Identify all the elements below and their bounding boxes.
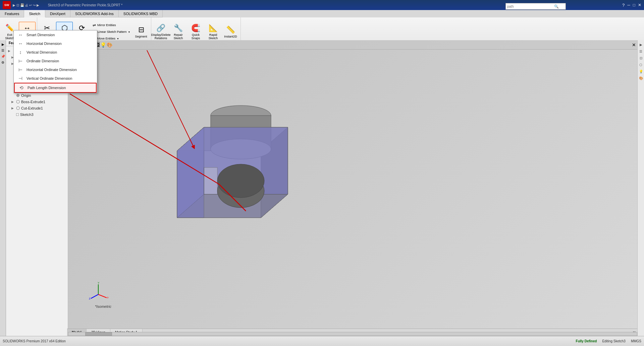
dd-horizontal-dimension[interactable]: ↔ Horizontal Dimension [14,39,97,48]
tab-sketch[interactable]: Sketch [24,10,45,17]
linear-pattern-label: Linear Sketch Pattern [98,30,127,33]
rapid-sketch-button[interactable]: 📐 RapidSketch [205,22,222,42]
segment-icon: ⊟ [138,25,144,34]
boss-extrude1-icon: ⬡ [16,99,20,104]
dd-horiz-ordinate-dimension[interactable]: ⊢ Horizontal Ordinate Dimension [14,65,97,74]
3d-model [118,50,336,268]
triad-svg: Y X Z [88,281,108,301]
quick-access-bar: ▶ ⊡ 💾 🖨 ↩ ↪ ▶ [13,3,39,7]
dd-horiz-ord-icon: ⊢ [17,67,24,72]
ribbon-tabs-row: Features Sketch DimXpert SOLIDWORKS Add-… [0,10,644,17]
dd-ord-dim-label: Ordinate Dimension [26,59,59,63]
tree-item-cut-extrude1[interactable]: ▶ ⬡ Cut-Extrude1 [6,105,68,111]
title-close[interactable]: ✕ [638,3,641,7]
quick-snaps-label: QuickSnaps [192,33,200,40]
dd-vert-ord-icon: ⊣ [17,76,24,81]
tree-item-boss-extrude1[interactable]: ▶ ⬡ Boss-Extrude1 [6,98,68,105]
dd-smart-dimension[interactable]: ↔ Smart Dimension [14,30,97,39]
isometric-label: *Isometric [95,304,111,308]
right-panel-btn-4[interactable]: ⬡ [638,62,644,68]
dd-horiz-dim-label: Horizontal Dimension [26,42,62,46]
title-bar: SW ▶ ⊡ 💾 🖨 ↩ ↪ ▶ Sketch3 of Parametric P… [0,0,644,10]
status-editing: Editing Sketch3 [602,339,626,343]
dd-smart-dim-label: Smart Dimension [26,33,55,37]
dd-path-length-dimension[interactable]: ⟲ Path Length Dimension [14,83,97,93]
tab-features[interactable]: Features [0,10,24,17]
expand-cut-extrude1: ▶ [11,107,15,110]
dimension-dropdown: ↔ Smart Dimension ↔ Horizontal Dimension… [13,30,97,93]
right-panel-btn-2[interactable]: ☰ [638,48,644,54]
right-panel: ▶ ☰ ⊡ ⬡ 💡 🎨 [637,40,644,336]
status-fully-defined: Fully Defined [576,339,597,343]
dd-ord-dim-icon: ⊢ [17,58,24,64]
repair-sketch-label: RepairSketch [174,33,183,40]
dd-vert-dim-label: Vertical Dimension [26,50,57,54]
move-arrow: ▼ [117,38,119,40]
dd-smart-dim-icon: ↔ [17,32,24,38]
right-panel-btn-3[interactable]: ⊡ [638,55,644,61]
right-panel-btn-5[interactable]: 💡 [638,68,644,74]
title-restore[interactable]: □ [633,3,635,7]
left-panel-icon-1[interactable]: ▶ [0,42,6,47]
boss-extrude1-label: Boss-Extrude1 [21,100,45,104]
svg-point-12 [217,164,264,198]
origin-label: Origin [21,93,31,97]
rapid-sketch-icon: 📐 [209,24,218,32]
h-scrollbar-thumb[interactable] [85,332,112,336]
svg-line-13 [118,50,194,147]
title-minimize[interactable]: ─ [627,3,630,7]
solidworks-logo: SW [3,1,11,9]
dd-horiz-ord-label: Horizontal Ordinate Dimension [26,68,77,72]
search-bar[interactable]: 🔍 [505,3,566,10]
right-panel-btn-1[interactable]: ▶ [638,42,644,48]
left-panel-icon-3[interactable]: 📌 [0,54,6,59]
tab-solidworks-mbd[interactable]: SOLIDWORKS MBD [119,10,163,17]
quick-snaps-button[interactable]: 🧲 QuickSnaps [187,22,204,42]
coordinate-triad: Y X Z [88,281,108,302]
horizontal-scrollbar[interactable] [68,332,637,336]
repair-sketch-icon: 🔧 [174,24,183,32]
status-left: SOLIDWORKS Premium 2017 x64 Edition [3,339,66,343]
rapid-sketch-label: RapidSketch [209,33,218,40]
dd-ordinate-dimension[interactable]: ⊢ Ordinate Dimension [14,57,97,65]
dd-vert-ord-label: Vertical Ordinate Dimension [26,76,72,80]
dd-path-len-label: Path Length Dimension [28,86,66,90]
search-input[interactable] [507,5,554,8]
tree-item-sketch3[interactable]: □ Sketch3 [6,111,68,118]
title-right: 🔍 ? ─ □ ✕ [559,2,641,8]
exit-sketch-label: ExitSketch [5,33,14,40]
quick-snaps-icon: 🧲 [191,24,200,32]
repair-sketch-button[interactable]: 🔧 RepairSketch [170,22,187,42]
tab-solidworks-addins[interactable]: SOLIDWORKS Add-Ins [70,10,119,17]
instant2d-icon: 📏 [226,25,235,34]
cut-extrude1-icon: ⬡ [16,106,20,111]
left-icon-bar: ▶ ☰ 📌 ⚙ [0,40,6,336]
svg-line-17 [98,294,107,298]
dd-vertical-dimension[interactable]: ↕ Vertical Dimension [14,48,97,57]
dd-vert-dim-icon: ↕ [17,50,24,55]
tab-dimxpert[interactable]: DimXpert [45,10,70,17]
origin-icon: ⊕ [16,93,20,98]
svg-text:Y: Y [98,281,100,284]
dd-vert-ordinate-dimension[interactable]: ⊣ Vertical Ordinate Dimension [14,74,97,83]
svg-line-18 [91,294,98,298]
close-panel-btn[interactable]: ✕ [632,42,636,48]
segment-button[interactable]: ⊟ Segment [133,22,150,42]
left-panel-icon-4[interactable]: ⚙ [0,60,6,65]
sketch3-icon: □ [16,112,19,117]
instant2d-label: Instant2D [224,35,237,38]
help-icon[interactable]: ? [622,3,625,8]
status-bar: SOLIDWORKS Premium 2017 x64 Edition Full… [0,336,644,346]
instant2d-button[interactable]: 📏 Instant2D [222,22,239,42]
canvas-tool-7[interactable]: 🎨 [107,42,112,48]
mirror-entities-button[interactable]: ⇌ Mirror Entities [91,22,132,28]
canvas-top-toolbar: 🔍 ✋ 🔄 📐 🖼 💡 🎨 ✕ [68,40,637,50]
display-delete-relations-button[interactable]: 🔗 Display/DeleteRelations [153,22,169,42]
left-panel-icon-2[interactable]: ☰ [0,48,6,53]
status-units: MMGS [631,339,641,343]
expand-root: ▶ [8,49,11,53]
status-right: Fully Defined Editing Sketch3 MMGS [576,339,641,343]
canvas-tool-6[interactable]: 💡 [100,42,106,48]
right-panel-btn-6[interactable]: 🎨 [638,75,644,81]
title-bar-left: SW ▶ ⊡ 💾 🖨 ↩ ↪ ▶ Sketch3 of Parametric P… [3,1,122,9]
